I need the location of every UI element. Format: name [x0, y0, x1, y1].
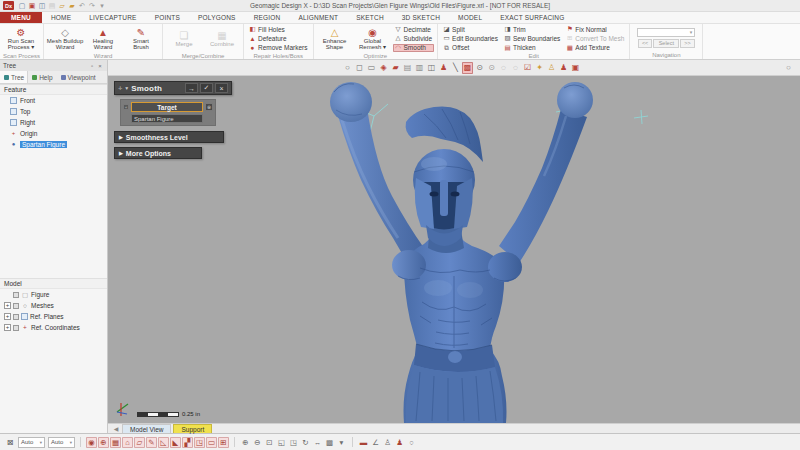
tabs-back-icon[interactable]: ◀ [112, 425, 120, 432]
smooth-dialog-header[interactable]: ✛ ▼ Smooth → ✓ × [114, 81, 232, 95]
marker-select-icon[interactable]: ▩ [462, 62, 473, 74]
pin-icon[interactable]: ▫ [88, 63, 96, 69]
target-circle-icon[interactable]: ⊙ [486, 62, 497, 74]
zoom-fit-icon[interactable]: ⊡ [264, 437, 275, 448]
avatar-light-icon[interactable]: ♙ [382, 437, 393, 448]
brush-smooth-icon[interactable]: ◺ [158, 437, 169, 448]
app-logo[interactable]: Dx [3, 1, 14, 10]
smoothness-level-section[interactable]: ▶ Smoothness Level [114, 131, 224, 143]
tab-exact-surfacing[interactable]: EXACT SURFACING [491, 12, 573, 23]
tab-region[interactable]: REGION [245, 12, 290, 23]
lasso-select-icon[interactable]: ○ [342, 62, 353, 74]
display-home-icon[interactable]: ⌂ [122, 437, 133, 448]
tab-home[interactable]: HOME [42, 12, 80, 23]
page-back-icon[interactable]: ▤ [402, 62, 413, 74]
tab-alignment[interactable]: ALIGNMENT [289, 12, 347, 23]
tab-polygons[interactable]: POLYGONS [189, 12, 245, 23]
view-front-icon[interactable]: ◱ [276, 437, 287, 448]
cancel-button[interactable]: × [215, 83, 228, 93]
save-icon[interactable]: ◫ [37, 1, 47, 11]
display-mesh-grid-icon[interactable]: ▦ [110, 437, 121, 448]
compass-icon[interactable]: ○ [783, 62, 794, 74]
more-commands-icon[interactable]: ▾ [97, 1, 107, 11]
thicken-button[interactable]: ▤ Thicken [502, 44, 562, 52]
pan-view-icon[interactable]: ↔ [312, 437, 323, 448]
display-region-icon[interactable]: ⊕ [98, 437, 109, 448]
model-item-ref-planes[interactable]: + Ref. Planes [0, 311, 107, 322]
run-scan-process-button[interactable]: ⚙ Run Scan Process ▾ [3, 25, 39, 52]
person-red-icon[interactable]: ♟ [558, 62, 569, 74]
target-clear-icon[interactable]: ⊗ [205, 103, 213, 111]
tab-model-view[interactable]: Model View [122, 424, 171, 433]
tab-viewpoint[interactable]: Viewpoint [57, 71, 100, 83]
visibility-checkbox[interactable] [13, 303, 19, 309]
open-file-icon[interactable]: ▣ [27, 1, 37, 11]
decimate-button[interactable]: ▽ Decimate [393, 25, 435, 33]
navigation-prev-button[interactable]: << [638, 39, 652, 48]
global-remesh-button[interactable]: ◉ Global Remesh ▾ [355, 25, 391, 52]
section-plane-icon[interactable]: ○ [406, 437, 417, 448]
target-field-button[interactable]: Target [131, 102, 203, 112]
brush-deform-icon[interactable]: ◣ [170, 437, 181, 448]
tree-item-origin[interactable]: + Origin [0, 128, 107, 139]
statue-left-arm[interactable] [330, 82, 424, 262]
display-strip-icon[interactable]: ▭ [206, 437, 217, 448]
zoom-in-icon[interactable]: ⊕ [240, 437, 251, 448]
pin-icon[interactable]: ✛ [118, 85, 122, 91]
display-body-icon[interactable]: ◉ [86, 437, 97, 448]
display-mode-select[interactable]: Auto ▾ [18, 437, 45, 448]
view-style-icon[interactable]: ▩ [324, 437, 335, 448]
next-stage-button[interactable]: → [185, 83, 198, 93]
convert-to-mesh-button[interactable]: ⊞ Convert To Mesh [564, 34, 626, 42]
brush-select-icon[interactable]: ✎ [146, 437, 157, 448]
tab-livecapture[interactable]: LIVECAPTURE [80, 12, 145, 23]
remove-markers-button[interactable]: ● Remove Markers [247, 44, 309, 52]
measure-distance-icon[interactable]: ▬ [358, 437, 369, 448]
avatar-dark-icon[interactable]: ♟ [394, 437, 405, 448]
healing-wizard-button[interactable]: ▲ Healing Wizard [85, 25, 121, 52]
tab-3d-sketch[interactable]: 3D SKETCH [393, 12, 449, 23]
rectangle-select-icon[interactable]: ▭ [366, 62, 377, 74]
print-icon[interactable]: ▤ [47, 1, 57, 11]
view-cube-icon[interactable]: ◈ [378, 62, 389, 74]
more-options-section[interactable]: ▶ More Options [114, 147, 202, 159]
view-iso-icon[interactable]: ◳ [288, 437, 299, 448]
brush-erase-icon[interactable]: ▞ [182, 437, 193, 448]
fit-view-icon[interactable]: ⊠ [4, 438, 16, 447]
display-box-icon[interactable]: ◳ [194, 437, 205, 448]
defeature-button[interactable]: ▲ Defeature [247, 34, 309, 42]
mannequin-view-icon[interactable]: ♟ [438, 62, 449, 74]
expander-icon[interactable]: + [4, 302, 11, 309]
merge-button[interactable]: ❏ Merge [166, 25, 202, 52]
import-icon[interactable]: ▱ [57, 1, 67, 11]
measure-angle-icon[interactable]: ∠ [370, 437, 381, 448]
expander-icon[interactable]: + [4, 313, 11, 320]
measure-line-icon[interactable]: ╲ [450, 62, 461, 74]
smooth-button[interactable]: ◠ Smooth [393, 44, 435, 52]
tree-item-front[interactable]: Front [0, 95, 107, 106]
subdivide-button[interactable]: △ Subdivide [393, 34, 435, 42]
model-item-ref-coordinates[interactable]: + + Ref. Coordinates [0, 322, 107, 333]
key-gold-icon[interactable]: ✦ [534, 62, 545, 74]
navigation-next-button[interactable]: >> [680, 39, 694, 48]
sew-boundaries-button[interactable]: ▨ Sew Boundaries [502, 34, 562, 42]
combine-button[interactable]: ▦ Combine [204, 25, 240, 52]
tree-item-spartan-figure[interactable]: ● Spartan Figure [0, 139, 107, 150]
statue-torso[interactable] [392, 224, 522, 423]
export-icon[interactable]: ▰ [67, 1, 77, 11]
ring-b-icon[interactable]: ◌ [510, 62, 521, 74]
viewport-canvas[interactable]: ✛ ▼ Smooth → ✓ × « Target ⊗ Spartan Fi [108, 76, 800, 423]
split-button[interactable]: ◪ Split [441, 25, 500, 33]
ok-button[interactable]: ✓ [200, 83, 213, 93]
mesh-buildup-wizard-button[interactable]: ◇ Mesh Buildup Wizard [47, 25, 83, 52]
edit-boundaries-button[interactable]: ▭ Edit Boundaries [441, 34, 500, 42]
tab-tree[interactable]: Tree [0, 71, 28, 83]
target-value-field[interactable]: Spartan Figure [131, 114, 203, 123]
tab-support[interactable]: Support [173, 424, 212, 433]
render-mode-select[interactable]: Auto ▾ [48, 437, 75, 448]
zoom-out-icon[interactable]: ⊖ [252, 437, 263, 448]
model-item-meshes[interactable]: + ○ Meshes [0, 300, 107, 311]
statue-right-arm[interactable] [499, 82, 593, 263]
model-item-figure[interactable]: ▢ Figure [0, 289, 107, 300]
tab-sketch[interactable]: SKETCH [347, 12, 393, 23]
